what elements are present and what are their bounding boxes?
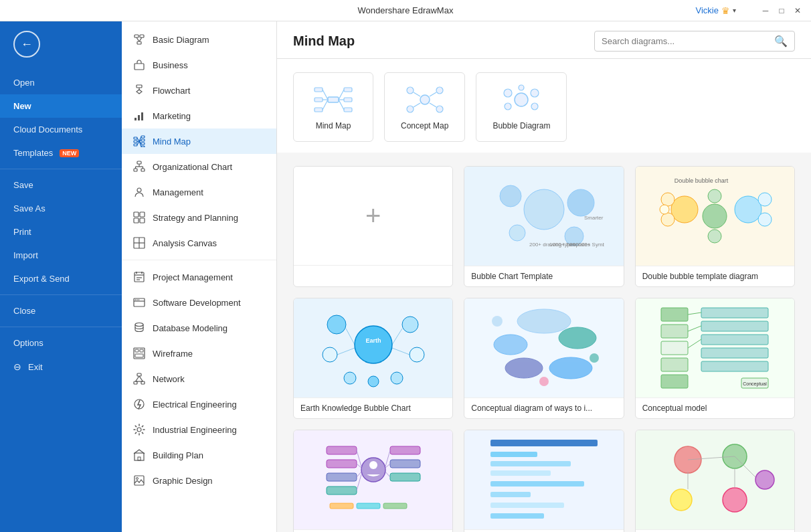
svg-rect-139	[661, 325, 688, 338]
svg-line-165	[357, 474, 361, 491]
svg-rect-170	[357, 503, 380, 509]
template-card-be-good-teacher[interactable]: Be A Good Teacher	[293, 430, 453, 532]
svg-point-98	[500, 185, 521, 207]
cat-label-strategy: Strategy and Planning	[153, 213, 238, 223]
cat-label-network: Network	[153, 374, 185, 384]
close-button[interactable]: ✕	[792, 5, 803, 16]
template-card-earth-knowledge[interactable]: Earth	[293, 298, 453, 419]
svg-point-115	[758, 193, 772, 206]
svg-line-151	[688, 326, 701, 331]
template-card-mindmap2[interactable]	[464, 430, 624, 532]
cat-item-graphic[interactable]: Graphic Design	[122, 468, 276, 493]
svg-rect-147	[701, 361, 768, 371]
cat-item-database[interactable]: Database Modeling	[122, 315, 276, 341]
cat-item-industrial[interactable]: Industrial Engineering	[122, 417, 276, 442]
cat-label-flowchart: Flowchart	[153, 86, 190, 96]
sidebar-item-open[interactable]: Open	[0, 71, 122, 94]
back-button[interactable]: ←	[13, 31, 40, 58]
sidebar-item-new[interactable]: New	[0, 94, 122, 118]
cat-item-wireframe[interactable]: Wireframe	[122, 341, 276, 366]
cat-item-strategy[interactable]: Strategy and Planning	[122, 205, 276, 230]
diagram-type-conceptmap[interactable]: Concept Map	[384, 72, 465, 142]
sidebar-item-options[interactable]: Options	[0, 331, 122, 355]
template-card-fruits[interactable]: 🍎 🍊 🍋 🍓 🍇	[635, 430, 795, 532]
cat-item-project[interactable]: Project Management	[122, 264, 276, 290]
svg-line-4	[139, 37, 142, 41]
electrical-icon	[132, 397, 146, 411]
sidebar-item-export[interactable]: Export & Send	[0, 267, 122, 290]
template-card-double-bubble[interactable]: Double bubble chart	[635, 166, 795, 287]
sidebar-item-print[interactable]: Print	[0, 220, 122, 244]
sidebar-item-save[interactable]: Save	[0, 173, 122, 197]
svg-point-111	[703, 204, 727, 228]
user-area[interactable]: Vickie ♛ ▾	[696, 5, 736, 16]
user-dropdown-icon[interactable]: ▾	[733, 7, 736, 14]
svg-point-113	[708, 230, 721, 243]
double-bubble-label: Double bubble template diagram	[636, 266, 794, 286]
svg-rect-70	[314, 88, 323, 92]
diagram-type-bubble-label: Bubble Diagram	[492, 121, 550, 130]
search-bar[interactable]: 🔍	[594, 31, 795, 52]
cat-item-marketing[interactable]: Marketing	[122, 103, 276, 128]
svg-point-49	[135, 299, 137, 300]
industrial-icon	[132, 423, 146, 436]
svg-point-51	[139, 299, 140, 300]
sidebar-label-new: New	[13, 101, 31, 111]
wireframe-icon	[132, 347, 146, 360]
svg-rect-143	[701, 308, 768, 318]
cat-item-analysis[interactable]: Analysis Canvas	[122, 230, 276, 256]
cat-item-network[interactable]: Network	[122, 366, 276, 391]
svg-rect-56	[135, 354, 143, 357]
cat-item-orgchart[interactable]: Organizational Chart	[122, 154, 276, 179]
cat-item-electrical[interactable]: Electrical Engineering	[122, 391, 276, 417]
svg-rect-171	[383, 503, 407, 509]
svg-point-154	[369, 461, 377, 469]
svg-rect-159	[390, 446, 420, 454]
svg-marker-7	[137, 90, 142, 94]
sidebar-label-templates: Templates	[13, 148, 53, 158]
template-card-conceptual-ways[interactable]: Conceptual diagram of ways to i...	[464, 298, 624, 419]
svg-line-87	[414, 92, 420, 96]
sidebar-item-close[interactable]: Close	[0, 299, 122, 323]
cat-item-business[interactable]: Business	[122, 52, 276, 78]
search-input[interactable]	[602, 36, 774, 46]
cat-item-management[interactable]: Management	[122, 179, 276, 205]
svg-point-123	[344, 372, 356, 384]
template-card-new[interactable]: +	[293, 166, 453, 287]
management-icon	[132, 185, 146, 199]
svg-point-99	[567, 189, 594, 216]
sidebar-item-cloud[interactable]: Cloud Documents	[0, 118, 122, 141]
sidebar-item-exit[interactable]: ⊖ Exit	[0, 355, 122, 379]
diagram-type-bubble[interactable]: Bubble Diagram	[476, 72, 567, 142]
svg-point-117	[355, 326, 392, 363]
svg-line-3	[137, 37, 139, 41]
svg-rect-144	[701, 321, 768, 331]
svg-rect-67	[134, 476, 144, 485]
sidebar-item-import[interactable]: Import	[0, 244, 122, 267]
mindmap2-label	[464, 529, 623, 532]
svg-line-127	[392, 329, 402, 345]
svg-rect-174	[490, 461, 571, 466]
page-title: Mind Map	[293, 33, 355, 49]
svg-rect-57	[137, 373, 141, 376]
cat-item-mindmap[interactable]: Mind Map	[122, 128, 276, 154]
sidebar-label-print: Print	[13, 227, 31, 237]
sidebar-item-save-as[interactable]: Save As	[0, 197, 122, 220]
template-card-conceptual-model[interactable]: Conceptual Conceptual model	[635, 298, 795, 419]
svg-rect-55	[140, 349, 143, 352]
cat-item-flowchart[interactable]: Flowchart	[122, 78, 276, 103]
diagram-type-mindmap[interactable]: Mind Map	[293, 72, 373, 142]
cat-item-basic[interactable]: Basic Diagram	[122, 27, 276, 52]
maximize-button[interactable]: □	[776, 5, 787, 16]
cat-item-software[interactable]: Software Development	[122, 290, 276, 315]
be-good-teacher-img	[294, 430, 452, 529]
minimize-button[interactable]: ─	[760, 5, 771, 16]
double-bubble-img: Double bubble chart	[636, 167, 794, 266]
template-card-bubble-chart[interactable]: 200+ drawing types 1000+ Templates 20000…	[464, 166, 624, 287]
strategy-icon	[132, 211, 146, 224]
cat-item-building[interactable]: Building Plan	[122, 442, 276, 468]
cat-divider	[122, 260, 276, 260]
sidebar-item-templates[interactable]: Templates NEW	[0, 141, 122, 165]
svg-rect-145	[701, 335, 768, 345]
basic-diagram-icon	[132, 33, 146, 46]
